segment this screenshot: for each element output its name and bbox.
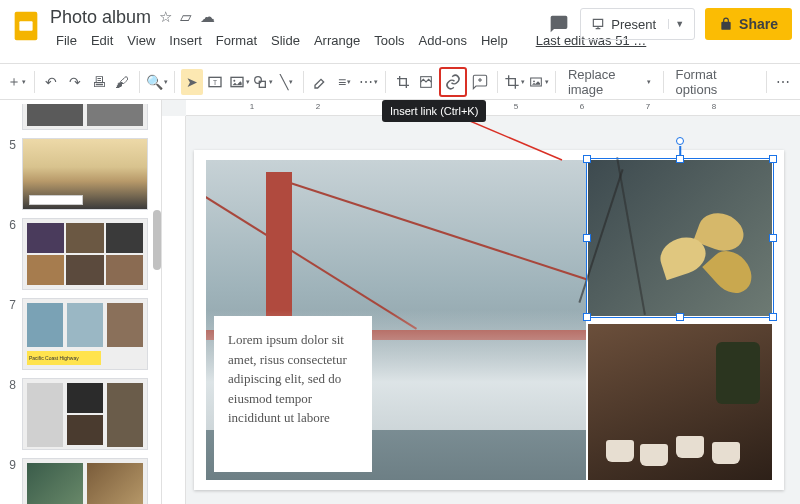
workspace: 5 6 7 Pacific Coast Highway bbox=[0, 100, 800, 504]
separator bbox=[385, 71, 386, 93]
resize-handle[interactable] bbox=[583, 234, 591, 242]
menu-help[interactable]: Help bbox=[475, 30, 514, 51]
slide-textbox[interactable]: Lorem ipsum dolor sit amet, risus consec… bbox=[214, 316, 372, 472]
shape-tool[interactable] bbox=[252, 69, 274, 95]
menu-addons[interactable]: Add-ons bbox=[413, 30, 473, 51]
resize-handle[interactable] bbox=[583, 313, 591, 321]
rotate-handle[interactable] bbox=[676, 137, 684, 145]
filmstrip[interactable]: 5 6 7 Pacific Coast Highway bbox=[0, 100, 162, 504]
insert-link-highlight bbox=[439, 67, 467, 97]
resize-handle[interactable] bbox=[769, 234, 777, 242]
separator bbox=[555, 71, 556, 93]
slide[interactable]: Lorem ipsum dolor sit amet, risus consec… bbox=[194, 150, 784, 490]
textbox-tool[interactable]: T bbox=[205, 69, 227, 95]
slide-image-bottom-right[interactable] bbox=[588, 324, 772, 480]
crop-button[interactable] bbox=[392, 69, 414, 95]
thumb-number: 6 bbox=[6, 218, 16, 232]
slide-thumbnail-8[interactable] bbox=[22, 378, 148, 450]
resize-handle[interactable] bbox=[583, 155, 591, 163]
present-dropdown-icon[interactable]: ▼ bbox=[668, 19, 684, 29]
border-color-button[interactable] bbox=[310, 69, 332, 95]
present-label: Present bbox=[611, 17, 656, 32]
resize-handle[interactable] bbox=[769, 313, 777, 321]
format-options-button[interactable]: Format options bbox=[669, 69, 759, 95]
insert-link-tooltip: Insert link (Ctrl+K) bbox=[382, 100, 486, 122]
separator bbox=[303, 71, 304, 93]
slide-thumbnail-6[interactable] bbox=[22, 218, 148, 290]
canvas[interactable]: 1 2 3 4 5 6 7 8 Lorem ipsum dolor sit am… bbox=[162, 100, 800, 504]
cloud-status-icon[interactable]: ☁ bbox=[200, 8, 215, 26]
replace-image-button[interactable]: Replace image bbox=[562, 69, 657, 95]
svg-text:T: T bbox=[213, 78, 217, 85]
image-tool[interactable] bbox=[228, 69, 250, 95]
paint-format-button[interactable]: 🖌 bbox=[111, 69, 133, 95]
menu-slide[interactable]: Slide bbox=[265, 30, 306, 51]
present-button[interactable]: Present ▼ bbox=[580, 8, 695, 40]
undo-button[interactable]: ↶ bbox=[41, 69, 63, 95]
reset-image-button[interactable] bbox=[416, 69, 438, 95]
more-tools-button[interactable]: ⋯ bbox=[773, 69, 795, 95]
separator bbox=[34, 71, 35, 93]
menu-file[interactable]: File bbox=[50, 30, 83, 51]
mask-image-button[interactable] bbox=[527, 69, 549, 95]
lock-icon bbox=[719, 17, 733, 31]
move-to-folder-icon[interactable]: ▱ bbox=[180, 8, 192, 26]
resize-handle[interactable] bbox=[676, 313, 684, 321]
svg-point-12 bbox=[533, 80, 535, 82]
thumb-number: 7 bbox=[6, 298, 16, 312]
svg-point-5 bbox=[233, 79, 235, 81]
selection-box[interactable] bbox=[586, 158, 774, 318]
resize-handle[interactable] bbox=[769, 155, 777, 163]
thumb-number: 8 bbox=[6, 378, 16, 392]
menu-edit[interactable]: Edit bbox=[85, 30, 119, 51]
separator bbox=[766, 71, 767, 93]
present-icon bbox=[591, 17, 605, 31]
separator bbox=[663, 71, 664, 93]
crop-image-button[interactable] bbox=[504, 69, 526, 95]
menu-tools[interactable]: Tools bbox=[368, 30, 410, 51]
toolbar: ＋ ↶ ↷ 🖶 🖌 🔍 ➤ T ╲ ≡ ⋯ Replace image bbox=[0, 64, 800, 100]
slide-thumbnail-9[interactable] bbox=[22, 458, 148, 504]
slide-thumbnail-5[interactable] bbox=[22, 138, 148, 210]
zoom-button[interactable]: 🔍 bbox=[146, 69, 168, 95]
header-actions: Present ▼ Share bbox=[548, 8, 792, 40]
thumb-number: 9 bbox=[6, 458, 16, 472]
vertical-ruler bbox=[162, 116, 186, 504]
select-tool[interactable]: ➤ bbox=[181, 69, 203, 95]
app-header: Photo album ☆ ▱ ☁ File Edit View Insert … bbox=[0, 0, 800, 64]
line-tool[interactable]: ╲ bbox=[275, 69, 297, 95]
border-weight-button[interactable]: ≡ bbox=[334, 69, 356, 95]
thumb-number: 5 bbox=[6, 138, 16, 152]
svg-rect-1 bbox=[19, 21, 32, 30]
separator bbox=[497, 71, 498, 93]
horizontal-ruler: 1 2 3 4 5 6 7 8 bbox=[186, 100, 800, 116]
print-button[interactable]: 🖶 bbox=[88, 69, 110, 95]
add-comment-button[interactable] bbox=[469, 69, 491, 95]
new-slide-button[interactable]: ＋ bbox=[6, 69, 28, 95]
svg-point-6 bbox=[255, 76, 262, 83]
separator bbox=[139, 71, 140, 93]
menu-format[interactable]: Format bbox=[210, 30, 263, 51]
filmstrip-scrollbar[interactable] bbox=[153, 210, 161, 270]
document-title[interactable]: Photo album bbox=[50, 7, 151, 28]
svg-rect-11 bbox=[530, 78, 541, 86]
thumb-caption: Pacific Coast Highway bbox=[27, 351, 101, 365]
redo-button[interactable]: ↷ bbox=[64, 69, 86, 95]
slide-thumbnail-4[interactable] bbox=[22, 104, 148, 130]
comments-icon[interactable] bbox=[548, 13, 570, 35]
menu-view[interactable]: View bbox=[121, 30, 161, 51]
share-label: Share bbox=[739, 16, 778, 32]
border-dash-button[interactable]: ⋯ bbox=[357, 69, 379, 95]
insert-link-button[interactable] bbox=[441, 69, 465, 95]
separator bbox=[174, 71, 175, 93]
slide-thumbnail-7[interactable]: Pacific Coast Highway bbox=[22, 298, 148, 370]
slides-logo bbox=[8, 8, 44, 44]
menu-insert[interactable]: Insert bbox=[163, 30, 208, 51]
share-button[interactable]: Share bbox=[705, 8, 792, 40]
resize-handle[interactable] bbox=[676, 155, 684, 163]
menu-arrange[interactable]: Arrange bbox=[308, 30, 366, 51]
star-icon[interactable]: ☆ bbox=[159, 8, 172, 26]
